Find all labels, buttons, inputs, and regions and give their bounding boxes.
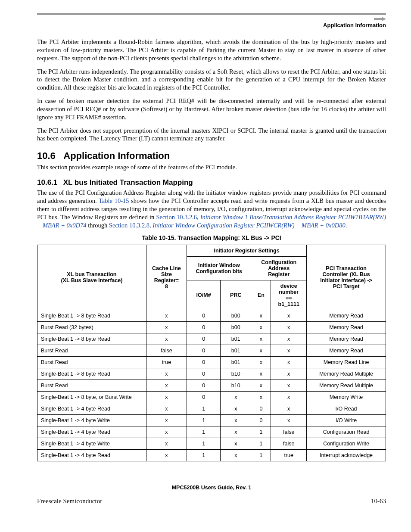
- table-cell: 0: [187, 368, 221, 380]
- text: number: [279, 289, 299, 295]
- table-cell: b01: [221, 345, 251, 357]
- col-config-address-register: Configuration Address Register: [251, 257, 307, 280]
- footer-left: Freescale Semiconductor: [37, 498, 102, 505]
- text: Configuration: [261, 259, 296, 265]
- table-cell: Burst Read: [37, 380, 146, 392]
- header-section-label: Application Information: [37, 22, 386, 28]
- table-cell: b00: [221, 310, 251, 322]
- table-cell: x: [146, 438, 187, 450]
- text: XL bus Transaction: [67, 271, 116, 277]
- table-cell: 0: [187, 322, 221, 333]
- table-cell: Single-Beat 1 -> 4 byte Read: [37, 450, 146, 461]
- text: Initiator Interface) ->: [320, 277, 372, 283]
- table-row: Single-Beat 1 -> 4 byte Readx1x0xI/O Rea…: [37, 403, 386, 415]
- table-cell: x: [251, 345, 271, 357]
- table-row: Single-Beat 1 -> 8 byte Readx0b00xxMemor…: [37, 310, 386, 322]
- table-cell: x: [271, 368, 307, 380]
- heading-number: 10.6: [37, 150, 61, 162]
- table-row: Single-Beat 1 -> 8 byte Readx0b01xxMemor…: [37, 333, 386, 345]
- table-cell: 1: [187, 450, 221, 461]
- table-row: Single-Beat 1 -> 4 byte Writex1x1falseCo…: [37, 438, 386, 450]
- table-cell: true: [271, 450, 307, 461]
- table-head: XL bus Transaction (XL Bus Slave Interfa…: [37, 245, 386, 310]
- table-cell: x: [221, 415, 251, 426]
- table-cell: I/O Write: [307, 415, 386, 426]
- table-cell: Single-Beat 1 -> 4 byte Read: [37, 426, 146, 438]
- table-cell: Configuration Write: [307, 438, 386, 450]
- table-cell: Single-Beat 1 -> 8 byte Read: [37, 310, 146, 322]
- table-cell: 1: [251, 450, 271, 461]
- table-cell: x: [271, 403, 307, 415]
- table-cell: 0: [187, 357, 221, 368]
- table-row: Burst Readx0b10xxMemory Read Multiple: [37, 380, 386, 392]
- table-cell: x: [271, 310, 307, 322]
- text: ==: [286, 295, 292, 301]
- table-cell: x: [251, 357, 271, 368]
- text: device: [280, 283, 297, 289]
- table-cell: x: [251, 380, 271, 392]
- table-cell: Single-Beat 1 -> 4 byte Write: [37, 438, 146, 450]
- xref-prefix: Section 10.3.2.8,: [109, 222, 153, 229]
- table-cell: 1: [251, 426, 271, 438]
- table-cell: x: [221, 392, 251, 403]
- table-cell: Single-Beat 1 -> 8 byte Read: [37, 368, 146, 380]
- table-cell: x: [146, 403, 187, 415]
- table-cell: true: [146, 357, 187, 368]
- paragraph: This section provides example usage of s…: [37, 163, 386, 171]
- table-cell: b01: [221, 333, 251, 345]
- table-body: Single-Beat 1 -> 8 byte Readx0b00xxMemor…: [37, 310, 386, 461]
- table-cell: 0: [187, 345, 221, 357]
- xref-table-10-15[interactable]: Table 10-15: [99, 197, 129, 204]
- table-row: Burst Readfalse0b01xxMemory Read: [37, 345, 386, 357]
- table-row: Single-Beat 1 -> 8 byte Readx0b10xxMemor…: [37, 368, 386, 380]
- table-cell: b01: [221, 357, 251, 368]
- col-io-m: IO/M#: [187, 280, 221, 310]
- col-initiator-register-settings: Initiator Register Settings: [187, 245, 307, 257]
- text: Initiator Window: [198, 262, 240, 268]
- paragraph: The PCI Arbiter runs independently. The …: [37, 68, 386, 92]
- table-cell: Memory Read Line: [307, 357, 386, 368]
- table-cell: x: [146, 368, 187, 380]
- page: Application Information The PCI Arbiter …: [0, 0, 411, 522]
- heading-1: 10.6 Application Information: [37, 150, 386, 162]
- text: Address: [268, 265, 290, 271]
- col-cache-line-size: Cache Line Size Register= 8: [146, 245, 187, 310]
- table-cell: x: [221, 438, 251, 450]
- table-cell: Single-Beat 1 -> 8 byte, or Burst Write: [37, 392, 146, 403]
- text: 8: [165, 283, 168, 289]
- col-pci-transaction: PCI Transaction Controller (XL Bus Initi…: [307, 245, 386, 310]
- table-cell: x: [271, 333, 307, 345]
- col-en: En: [251, 280, 271, 310]
- table-cell: 0: [187, 333, 221, 345]
- table-cell: 0: [187, 310, 221, 322]
- transaction-mapping-table: XL bus Transaction (XL Bus Slave Interfa…: [37, 245, 386, 461]
- table-row: Single-Beat 1 -> 4 byte Readx1x1trueInte…: [37, 450, 386, 461]
- text: Configuration bits: [196, 268, 242, 274]
- text: (XL Bus Slave Interface): [61, 277, 122, 283]
- heading-title: XL bus Initiated Transaction Mapping: [63, 178, 193, 187]
- table-cell: x: [271, 415, 307, 426]
- table-cell: 0: [251, 415, 271, 426]
- table-cell: x: [271, 392, 307, 403]
- table-cell: x: [146, 450, 187, 461]
- table-cell: x: [146, 333, 187, 345]
- col-xl-bus-transaction: XL bus Transaction (XL Bus Slave Interfa…: [37, 245, 146, 310]
- table-cell: Burst Read: [37, 357, 146, 368]
- table-cell: x: [271, 345, 307, 357]
- text: Register: [268, 271, 290, 277]
- col-device-number: device number == b1_1111: [271, 280, 307, 310]
- table-cell: Single-Beat 1 -> 4 byte Write: [37, 415, 146, 426]
- text: b1_1111: [278, 301, 299, 307]
- xref-section-10-3-2-8[interactable]: Section 10.3.2.8, Initiator Window Confi…: [109, 222, 346, 229]
- table-cell: Memory Read Multiple: [307, 368, 386, 380]
- text: PCI Transaction: [326, 265, 366, 271]
- paragraph: The PCI Arbiter does not support preempt…: [37, 127, 386, 143]
- heading-title: Application Information: [63, 150, 170, 161]
- xref-title: Initiator Window Configuration Register …: [153, 222, 345, 229]
- heading-number: 10.6.1: [37, 178, 61, 187]
- table-cell: Memory Read: [307, 322, 386, 333]
- table-cell: x: [146, 380, 187, 392]
- table-cell: b00: [221, 322, 251, 333]
- table-cell: 0: [187, 380, 221, 392]
- table-cell: x: [271, 322, 307, 333]
